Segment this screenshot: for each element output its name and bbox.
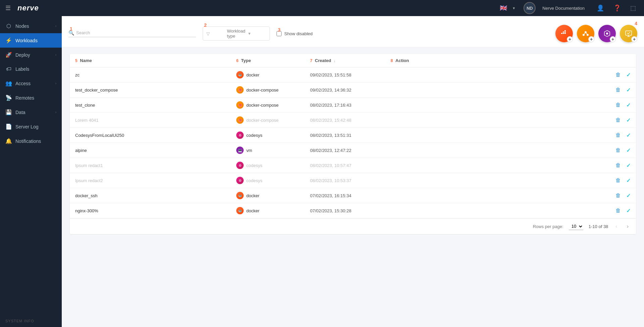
next-page-button[interactable]: › bbox=[625, 223, 631, 230]
deploy-workload-button[interactable]: ✓ bbox=[626, 162, 631, 169]
username-label: Nerve Documentation bbox=[542, 6, 585, 11]
workload-created-cell: 08/02/2023, 13:51:31 bbox=[305, 128, 385, 143]
workload-type-filter[interactable]: ▽ Workload type ▼ bbox=[203, 26, 270, 41]
deploy-workload-button[interactable]: ✓ bbox=[626, 147, 631, 154]
sidebar-item-notifications[interactable]: 🔔 Notifications bbox=[0, 134, 62, 148]
language-flag[interactable]: 🇬🇧 bbox=[499, 5, 508, 11]
table-row[interactable]: Ipsum redact1⚙codesys08/02/2023, 10:57:4… bbox=[70, 158, 636, 173]
workload-type-cell: 🐳docker bbox=[231, 203, 305, 218]
add-docker-button[interactable]: + bbox=[555, 25, 573, 42]
sidebar-item-label: Remotes bbox=[15, 95, 34, 101]
plus-badge: + bbox=[610, 36, 616, 42]
search-section: 1 🔍 bbox=[68, 26, 196, 37]
sidebar-item-label: Nodes bbox=[15, 23, 29, 29]
deploy-workload-button[interactable]: ✓ bbox=[626, 208, 631, 214]
delete-workload-button[interactable]: 🗑 bbox=[615, 147, 621, 153]
sidebar-item-labels[interactable]: 🏷 Labels bbox=[0, 62, 62, 76]
user-profile-icon[interactable]: 👤 bbox=[597, 4, 604, 12]
delete-workload-button[interactable]: 🗑 bbox=[615, 72, 621, 78]
help-icon[interactable]: ❓ bbox=[613, 4, 621, 12]
chevron-right-icon: › bbox=[55, 81, 56, 85]
workload-action-cell: 🗑✓ bbox=[385, 158, 636, 173]
type-label: codesys bbox=[246, 178, 262, 183]
add-docker-compose-button[interactable]: + bbox=[577, 25, 594, 42]
type-label: docker bbox=[246, 72, 259, 77]
delete-workload-button[interactable]: 🗑 bbox=[615, 117, 621, 123]
workload-name-cell: docker_ssh bbox=[70, 188, 231, 203]
rows-per-page-select[interactable]: 10 25 50 bbox=[569, 223, 583, 230]
type-label: docker-compose bbox=[246, 103, 279, 108]
user-avatar[interactable]: ND bbox=[524, 2, 536, 14]
docker-compose-type-icon: 🐙 bbox=[236, 116, 244, 124]
callout-1: 1 bbox=[70, 26, 72, 32]
workload-type-cell: 🐙docker-compose bbox=[231, 113, 305, 128]
system-info-label[interactable]: SYSTEM INFO bbox=[0, 315, 62, 327]
sidebar-item-nodes[interactable]: ⬡ Nodes › bbox=[0, 19, 62, 33]
show-disabled-label[interactable]: Show disabled bbox=[284, 31, 313, 36]
sidebar-item-access[interactable]: 👥 Access › bbox=[0, 76, 62, 91]
deploy-workload-button[interactable]: ✓ bbox=[626, 72, 631, 78]
workload-action-cell: 🗑✓ bbox=[385, 98, 636, 113]
svg-rect-1 bbox=[563, 33, 564, 34]
workload-created-cell: 08/02/2023, 15:42:48 bbox=[305, 113, 385, 128]
deploy-workload-button[interactable]: ✓ bbox=[626, 117, 631, 123]
sidebar-item-deploy[interactable]: 🚀 Deploy › bbox=[0, 48, 62, 62]
workload-created-cell: 08/02/2023, 12:47:22 bbox=[305, 143, 385, 158]
hamburger-menu[interactable]: ☰ bbox=[5, 4, 11, 12]
type-label: docker bbox=[246, 208, 259, 213]
table-row[interactable]: CodesysFromLocalUi250⚙codesys08/02/2023,… bbox=[70, 128, 636, 143]
docker-compose-icon bbox=[582, 30, 590, 38]
table-row[interactable]: test_clone🐙docker-compose08/02/2023, 17:… bbox=[70, 98, 636, 113]
main-content: 1 🔍 2 ▽ Workload type ▼ 3 bbox=[62, 16, 644, 327]
search-input[interactable] bbox=[76, 30, 177, 35]
table-row[interactable]: docker_ssh🐳docker07/02/2023, 16:15:34🗑✓ bbox=[70, 188, 636, 203]
deploy-workload-button[interactable]: ✓ bbox=[626, 177, 631, 184]
workload-name-cell: test_clone bbox=[70, 98, 231, 113]
deploy-workload-button[interactable]: ✓ bbox=[626, 132, 631, 139]
prev-page-button[interactable]: ‹ bbox=[613, 223, 619, 230]
table-header-row: 5 Name 6 Type bbox=[70, 54, 636, 67]
delete-workload-button[interactable]: 🗑 bbox=[615, 177, 621, 183]
type-label: docker-compose bbox=[246, 118, 279, 123]
delete-workload-button[interactable]: 🗑 bbox=[615, 132, 621, 138]
col-type-label: Type bbox=[241, 58, 251, 63]
access-icon: 👥 bbox=[5, 80, 12, 87]
add-vm-button[interactable]: + bbox=[620, 25, 637, 42]
deploy-workload-button[interactable]: ✓ bbox=[626, 193, 631, 199]
delete-workload-button[interactable]: 🗑 bbox=[615, 87, 621, 93]
delete-workload-button[interactable]: 🗑 bbox=[615, 102, 621, 108]
language-dropdown-arrow[interactable]: ▼ bbox=[512, 6, 515, 10]
table-row[interactable]: alpine💻vm08/02/2023, 12:47:22🗑✓ bbox=[70, 143, 636, 158]
vm-icon bbox=[625, 30, 633, 38]
col-header-created[interactable]: 7 Created ↓ bbox=[305, 54, 385, 67]
workload-created-cell: 07/02/2023, 15:30:28 bbox=[305, 203, 385, 218]
docker-type-icon: 🐳 bbox=[236, 71, 244, 78]
workload-created-cell: 08/02/2023, 10:53:37 bbox=[305, 173, 385, 188]
workload-type-cell: 🐳docker bbox=[231, 67, 305, 83]
sidebar-item-workloads[interactable]: ⚡ Workloads bbox=[0, 33, 62, 48]
sidebar-item-data[interactable]: 💾 Data › bbox=[0, 105, 62, 119]
table-row[interactable]: Lorem 4041🐙docker-compose08/02/2023, 15:… bbox=[70, 113, 636, 128]
logout-icon[interactable]: ⬚ bbox=[630, 4, 636, 12]
deploy-workload-button[interactable]: ✓ bbox=[626, 102, 631, 108]
workload-name-cell: Ipsum redact1 bbox=[70, 158, 231, 173]
sidebar-item-label: Notifications bbox=[15, 139, 41, 144]
table-row[interactable]: nginx-300%🐳docker07/02/2023, 15:30:28🗑✓ bbox=[70, 203, 636, 218]
workload-type-cell: 🐙docker-compose bbox=[231, 83, 305, 98]
docker-compose-type-icon: 🐙 bbox=[236, 101, 244, 109]
delete-workload-button[interactable]: 🗑 bbox=[615, 162, 621, 168]
svg-line-9 bbox=[584, 32, 586, 35]
type-label: docker bbox=[246, 193, 259, 198]
table-row[interactable]: test_docker_compose🐙docker-compose09/02/… bbox=[70, 83, 636, 98]
search-wrapper: 🔍 bbox=[68, 30, 196, 37]
table-row[interactable]: Ipsum redact2⚙codesys08/02/2023, 10:53:3… bbox=[70, 173, 636, 188]
deploy-workload-button[interactable]: ✓ bbox=[626, 87, 631, 93]
workloads-table-container: 5 Name 6 Type bbox=[70, 54, 636, 234]
sidebar-item-remotes[interactable]: 📡 Remotes bbox=[0, 91, 62, 105]
table-row[interactable]: zc🐳docker09/02/2023, 15:51:58🗑✓ bbox=[70, 67, 636, 83]
delete-workload-button[interactable]: 🗑 bbox=[615, 208, 621, 214]
sidebar-item-serverlog[interactable]: 📄 Server Log bbox=[0, 119, 62, 134]
delete-workload-button[interactable]: 🗑 bbox=[615, 193, 621, 199]
add-codesys-button[interactable]: + bbox=[598, 25, 616, 42]
workload-action-cell: 🗑✓ bbox=[385, 203, 636, 218]
